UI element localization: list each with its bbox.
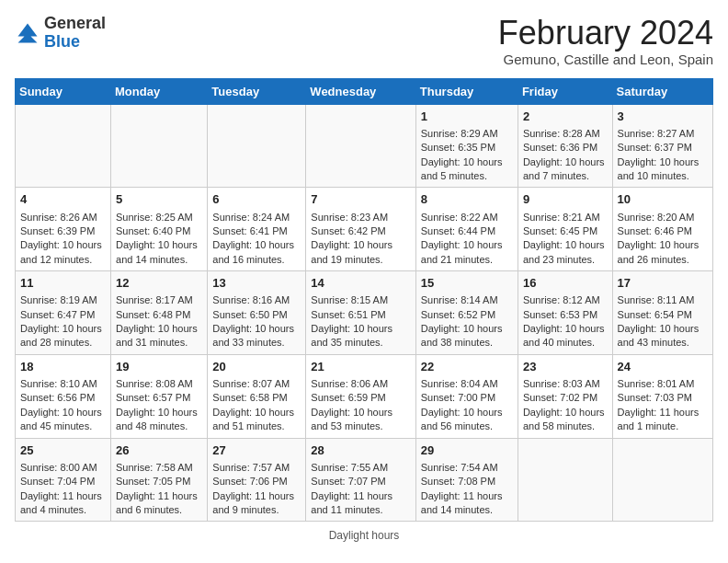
calendar-cell: 27Sunrise: 7:57 AMSunset: 7:06 PMDayligh…: [208, 438, 306, 522]
logo-icon: [15, 20, 40, 46]
col-header-wednesday: Wednesday: [306, 78, 415, 104]
day-number: 19: [116, 359, 202, 375]
logo-blue-text: Blue: [44, 32, 80, 51]
day-number: 15: [421, 275, 513, 292]
day-info: Sunrise: 8:27 AMSunset: 6:37 PMDaylight:…: [618, 127, 708, 184]
week-row-4: 18Sunrise: 8:10 AMSunset: 6:56 PMDayligh…: [16, 354, 713, 438]
day-number: 20: [212, 359, 301, 375]
col-header-thursday: Thursday: [415, 78, 518, 104]
day-number: 29: [421, 442, 513, 459]
header: General Blue February 2024 Gemuno, Casti…: [15, 15, 713, 67]
calendar-cell: 14Sunrise: 8:15 AMSunset: 6:51 PMDayligh…: [306, 271, 415, 355]
day-number: 18: [20, 359, 106, 375]
calendar-cell: 24Sunrise: 8:01 AMSunset: 7:03 PMDayligh…: [612, 354, 712, 438]
day-number: 27: [212, 442, 301, 459]
day-info: Sunrise: 8:17 AMSunset: 6:48 PMDaylight:…: [116, 293, 202, 350]
calendar-cell: 13Sunrise: 8:16 AMSunset: 6:50 PMDayligh…: [208, 271, 306, 355]
title-area: February 2024 Gemuno, Castille and Leon,…: [498, 15, 713, 67]
day-info: Sunrise: 8:00 AMSunset: 7:04 PMDaylight:…: [20, 461, 106, 518]
day-info: Sunrise: 8:29 AMSunset: 6:35 PMDaylight:…: [421, 127, 513, 184]
calendar-cell: [612, 438, 712, 522]
day-info: Sunrise: 7:55 AMSunset: 7:07 PMDaylight:…: [311, 461, 410, 518]
day-info: Sunrise: 7:57 AMSunset: 7:06 PMDaylight:…: [212, 461, 301, 518]
daylight-label: Daylight hours: [329, 529, 400, 542]
calendar-cell: 21Sunrise: 8:06 AMSunset: 6:59 PMDayligh…: [306, 354, 415, 438]
calendar-cell: 16Sunrise: 8:12 AMSunset: 6:53 PMDayligh…: [518, 271, 612, 355]
calendar-cell: 5Sunrise: 8:25 AMSunset: 6:40 PMDaylight…: [111, 188, 208, 271]
calendar-cell: 19Sunrise: 8:08 AMSunset: 6:57 PMDayligh…: [111, 354, 208, 438]
calendar-cell: 9Sunrise: 8:21 AMSunset: 6:45 PMDaylight…: [518, 188, 612, 271]
day-number: 3: [618, 109, 708, 125]
calendar-cell: 10Sunrise: 8:20 AMSunset: 6:46 PMDayligh…: [612, 188, 712, 271]
day-info: Sunrise: 8:23 AMSunset: 6:42 PMDaylight:…: [311, 211, 410, 268]
day-number: 26: [116, 442, 202, 459]
day-number: 7: [311, 191, 410, 208]
logo-general-text: General: [44, 14, 106, 32]
calendar-cell: 18Sunrise: 8:10 AMSunset: 6:56 PMDayligh…: [16, 354, 111, 438]
calendar-cell: 25Sunrise: 8:00 AMSunset: 7:04 PMDayligh…: [16, 438, 111, 522]
calendar-cell: 23Sunrise: 8:03 AMSunset: 7:02 PMDayligh…: [518, 354, 612, 438]
day-number: 16: [523, 275, 608, 292]
day-info: Sunrise: 8:10 AMSunset: 6:56 PMDaylight:…: [20, 377, 106, 434]
day-info: Sunrise: 8:19 AMSunset: 6:47 PMDaylight:…: [20, 293, 106, 350]
calendar-cell: 29Sunrise: 7:54 AMSunset: 7:08 PMDayligh…: [415, 438, 518, 522]
day-info: Sunrise: 8:25 AMSunset: 6:40 PMDaylight:…: [116, 211, 202, 268]
day-number: 28: [311, 442, 410, 459]
calendar-cell: 11Sunrise: 8:19 AMSunset: 6:47 PMDayligh…: [16, 271, 111, 355]
day-info: Sunrise: 8:08 AMSunset: 6:57 PMDaylight:…: [116, 377, 202, 434]
calendar-cell: 7Sunrise: 8:23 AMSunset: 6:42 PMDaylight…: [306, 188, 415, 271]
calendar-cell: 26Sunrise: 7:58 AMSunset: 7:05 PMDayligh…: [111, 438, 208, 522]
calendar-cell: 4Sunrise: 8:26 AMSunset: 6:39 PMDaylight…: [16, 188, 111, 271]
day-number: 6: [212, 191, 301, 208]
calendar-cell: 17Sunrise: 8:11 AMSunset: 6:54 PMDayligh…: [612, 271, 712, 355]
day-number: 25: [20, 442, 106, 459]
svg-marker-0: [18, 23, 38, 42]
calendar-cell: [16, 104, 111, 188]
col-header-saturday: Saturday: [612, 78, 712, 104]
day-info: Sunrise: 8:06 AMSunset: 6:59 PMDaylight:…: [311, 377, 410, 434]
calendar-cell: 22Sunrise: 8:04 AMSunset: 7:00 PMDayligh…: [415, 354, 518, 438]
day-info: Sunrise: 8:28 AMSunset: 6:36 PMDaylight:…: [523, 127, 608, 184]
week-row-3: 11Sunrise: 8:19 AMSunset: 6:47 PMDayligh…: [16, 271, 713, 355]
day-info: Sunrise: 8:26 AMSunset: 6:39 PMDaylight:…: [20, 211, 106, 268]
page-subtitle: Gemuno, Castille and Leon, Spain: [498, 52, 713, 67]
col-header-sunday: Sunday: [16, 78, 111, 104]
day-info: Sunrise: 8:04 AMSunset: 7:00 PMDaylight:…: [421, 377, 513, 434]
calendar-cell: 6Sunrise: 8:24 AMSunset: 6:41 PMDaylight…: [208, 188, 306, 271]
calendar-cell: [208, 104, 306, 188]
calendar-cell: [518, 438, 612, 522]
calendar-cell: 12Sunrise: 8:17 AMSunset: 6:48 PMDayligh…: [111, 271, 208, 355]
day-number: 14: [311, 275, 410, 292]
day-number: 9: [523, 191, 608, 208]
week-row-2: 4Sunrise: 8:26 AMSunset: 6:39 PMDaylight…: [16, 188, 713, 271]
day-number: 17: [618, 275, 708, 292]
day-info: Sunrise: 8:16 AMSunset: 6:50 PMDaylight:…: [212, 293, 301, 350]
day-info: Sunrise: 8:01 AMSunset: 7:03 PMDaylight:…: [618, 377, 708, 434]
calendar-cell: 1Sunrise: 8:29 AMSunset: 6:35 PMDaylight…: [415, 104, 518, 188]
day-info: Sunrise: 7:58 AMSunset: 7:05 PMDaylight:…: [116, 461, 202, 518]
day-info: Sunrise: 8:15 AMSunset: 6:51 PMDaylight:…: [311, 293, 410, 350]
day-number: 24: [618, 359, 708, 375]
col-header-friday: Friday: [518, 78, 612, 104]
calendar-cell: 28Sunrise: 7:55 AMSunset: 7:07 PMDayligh…: [306, 438, 415, 522]
logo: General Blue: [15, 15, 106, 52]
week-row-1: 1Sunrise: 8:29 AMSunset: 6:35 PMDaylight…: [16, 104, 713, 188]
footer: Daylight hours: [15, 529, 713, 542]
calendar-cell: 8Sunrise: 8:22 AMSunset: 6:44 PMDaylight…: [415, 188, 518, 271]
calendar-cell: 15Sunrise: 8:14 AMSunset: 6:52 PMDayligh…: [415, 271, 518, 355]
page-title: February 2024: [498, 15, 713, 52]
day-info: Sunrise: 8:11 AMSunset: 6:54 PMDaylight:…: [618, 293, 708, 350]
day-info: Sunrise: 8:22 AMSunset: 6:44 PMDaylight:…: [421, 211, 513, 268]
day-number: 1: [421, 109, 513, 125]
day-info: Sunrise: 8:24 AMSunset: 6:41 PMDaylight:…: [212, 211, 301, 268]
day-number: 4: [20, 191, 106, 208]
day-number: 13: [212, 275, 301, 292]
week-row-5: 25Sunrise: 8:00 AMSunset: 7:04 PMDayligh…: [16, 438, 713, 522]
day-info: Sunrise: 8:20 AMSunset: 6:46 PMDaylight:…: [618, 211, 708, 268]
calendar-cell: [306, 104, 415, 188]
day-number: 12: [116, 275, 202, 292]
day-info: Sunrise: 8:03 AMSunset: 7:02 PMDaylight:…: [523, 377, 608, 434]
calendar-table: SundayMondayTuesdayWednesdayThursdayFrid…: [15, 78, 713, 523]
day-info: Sunrise: 8:14 AMSunset: 6:52 PMDaylight:…: [421, 293, 513, 350]
day-number: 23: [523, 359, 608, 375]
